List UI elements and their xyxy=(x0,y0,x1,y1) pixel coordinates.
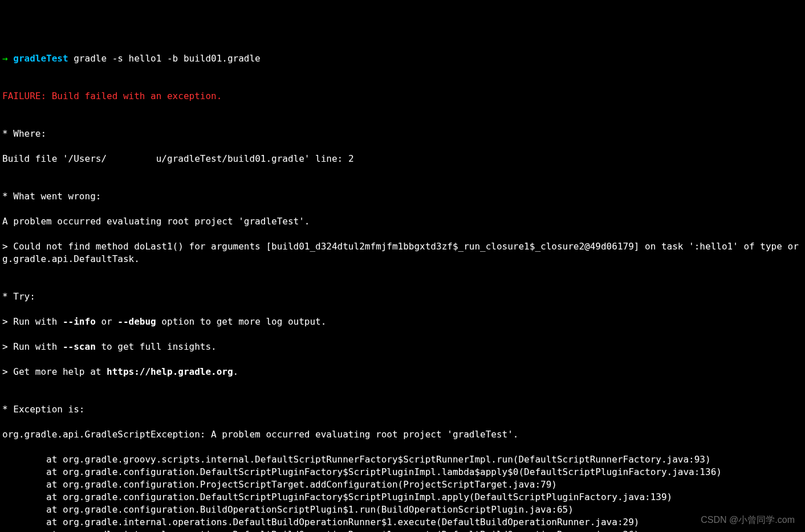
where-file: Build file '/Users/xxxxxxxxxu/gradleTest… xyxy=(2,153,803,165)
stack-frame: at org.gradle.configuration.ProjectScrip… xyxy=(2,478,803,491)
prompt-directory: gradleTest xyxy=(13,53,68,64)
exception-message: org.gradle.api.GradleScriptException: A … xyxy=(2,428,803,441)
stack-frame: at org.gradle.configuration.DefaultScrip… xyxy=(2,491,803,504)
stack-frame: at org.gradle.groovy.scripts.internal.De… xyxy=(2,453,803,466)
try1-post: option to get more log output. xyxy=(156,316,327,327)
stack-frame: at org.gradle.internal.operations.Defaul… xyxy=(2,529,803,532)
info-flag: --info xyxy=(63,316,96,327)
try1-mid: or xyxy=(96,316,118,327)
try-header: * Try: xyxy=(2,290,803,303)
wrong-detail-2: > Could not find method doLast1() for ar… xyxy=(2,240,803,265)
command-text: gradle -s hello1 -b build01.gradle xyxy=(68,53,261,64)
help-url: https://help.gradle.org xyxy=(107,366,233,377)
try-line-1: > Run with --info or --debug option to g… xyxy=(2,316,803,328)
debug-flag: --debug xyxy=(117,316,156,327)
watermark: CSDN @小曾同学.com xyxy=(701,514,795,526)
try2-post: to get full insights. xyxy=(96,341,217,352)
try3-post: . xyxy=(233,366,239,377)
stack-frame: at org.gradle.configuration.DefaultScrip… xyxy=(2,466,803,478)
where-suffix: u/gradleTest/build01.gradle' line: 2 xyxy=(156,153,354,164)
prompt-arrow-icon: → xyxy=(2,53,13,64)
stack-frame: at org.gradle.configuration.BuildOperati… xyxy=(2,504,803,516)
try-line-3: > Get more help at https://help.gradle.o… xyxy=(2,366,803,378)
what-went-wrong-header: * What went wrong: xyxy=(2,190,803,203)
redacted-username: xxxxxxxxx xyxy=(107,153,156,164)
stack-trace: at org.gradle.groovy.scripts.internal.De… xyxy=(2,453,803,532)
try3-pre: > Get more help at xyxy=(2,366,107,377)
where-header: * Where: xyxy=(2,128,803,140)
prompt-line: → gradleTest gradle -s hello1 -b build01… xyxy=(2,52,803,65)
scan-flag: --scan xyxy=(63,341,96,352)
failure-message: FAILURE: Build failed with an exception. xyxy=(2,90,803,103)
try1-pre: > Run with xyxy=(2,316,63,327)
try2-pre: > Run with xyxy=(2,341,63,352)
exception-header: * Exception is: xyxy=(2,403,803,416)
try-line-2: > Run with --scan to get full insights. xyxy=(2,341,803,353)
where-prefix: Build file '/Users/ xyxy=(2,153,107,164)
wrong-detail-1: A problem occurred evaluating root proje… xyxy=(2,215,803,228)
stack-frame: at org.gradle.internal.operations.Defaul… xyxy=(2,516,803,529)
